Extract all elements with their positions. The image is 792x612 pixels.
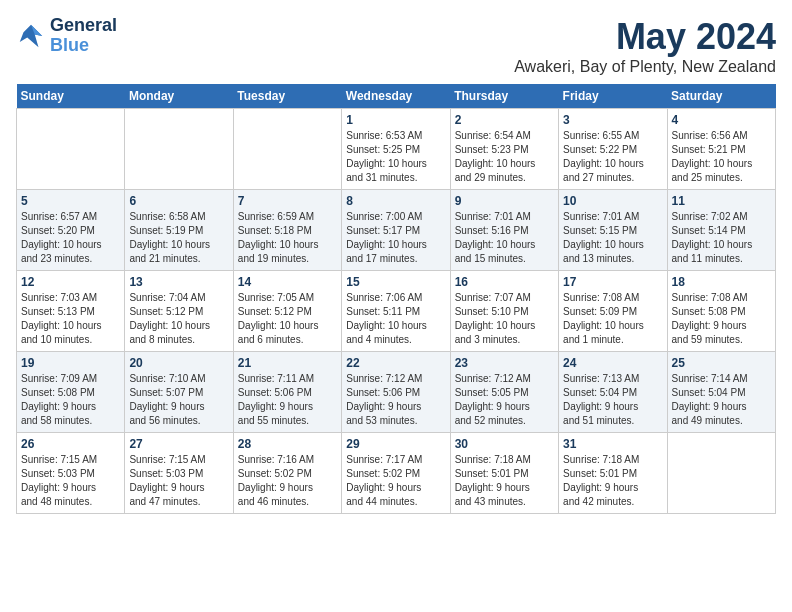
subtitle: Awakeri, Bay of Plenty, New Zealand [514,58,776,76]
day-cell-4-4: 30Sunrise: 7:18 AM Sunset: 5:01 PM Dayli… [450,433,558,514]
day-number: 15 [346,275,445,289]
day-number: 20 [129,356,228,370]
day-cell-4-1: 27Sunrise: 7:15 AM Sunset: 5:03 PM Dayli… [125,433,233,514]
day-number: 8 [346,194,445,208]
day-cell-0-2 [233,109,341,190]
day-info: Sunrise: 7:10 AM Sunset: 5:07 PM Dayligh… [129,372,228,428]
day-number: 13 [129,275,228,289]
day-number: 4 [672,113,771,127]
day-info: Sunrise: 7:18 AM Sunset: 5:01 PM Dayligh… [455,453,554,509]
col-friday: Friday [559,84,667,109]
day-cell-4-0: 26Sunrise: 7:15 AM Sunset: 5:03 PM Dayli… [17,433,125,514]
day-cell-1-5: 10Sunrise: 7:01 AM Sunset: 5:15 PM Dayli… [559,190,667,271]
header: General Blue May 2024 Awakeri, Bay of Pl… [16,16,776,76]
week-row-4: 19Sunrise: 7:09 AM Sunset: 5:08 PM Dayli… [17,352,776,433]
day-cell-3-6: 25Sunrise: 7:14 AM Sunset: 5:04 PM Dayli… [667,352,775,433]
day-info: Sunrise: 7:02 AM Sunset: 5:14 PM Dayligh… [672,210,771,266]
week-row-2: 5Sunrise: 6:57 AM Sunset: 5:20 PM Daylig… [17,190,776,271]
day-info: Sunrise: 7:04 AM Sunset: 5:12 PM Dayligh… [129,291,228,347]
day-number: 14 [238,275,337,289]
day-number: 25 [672,356,771,370]
day-number: 18 [672,275,771,289]
day-number: 21 [238,356,337,370]
day-number: 6 [129,194,228,208]
col-saturday: Saturday [667,84,775,109]
day-number: 16 [455,275,554,289]
day-cell-3-2: 21Sunrise: 7:11 AM Sunset: 5:06 PM Dayli… [233,352,341,433]
day-cell-1-3: 8Sunrise: 7:00 AM Sunset: 5:17 PM Daylig… [342,190,450,271]
day-info: Sunrise: 7:03 AM Sunset: 5:13 PM Dayligh… [21,291,120,347]
svg-marker-0 [20,25,43,48]
day-cell-3-1: 20Sunrise: 7:10 AM Sunset: 5:07 PM Dayli… [125,352,233,433]
day-info: Sunrise: 7:13 AM Sunset: 5:04 PM Dayligh… [563,372,662,428]
day-info: Sunrise: 7:05 AM Sunset: 5:12 PM Dayligh… [238,291,337,347]
day-cell-0-5: 3Sunrise: 6:55 AM Sunset: 5:22 PM Daylig… [559,109,667,190]
day-cell-3-4: 23Sunrise: 7:12 AM Sunset: 5:05 PM Dayli… [450,352,558,433]
day-info: Sunrise: 7:01 AM Sunset: 5:16 PM Dayligh… [455,210,554,266]
day-cell-0-6: 4Sunrise: 6:56 AM Sunset: 5:21 PM Daylig… [667,109,775,190]
day-info: Sunrise: 7:15 AM Sunset: 5:03 PM Dayligh… [129,453,228,509]
day-number: 22 [346,356,445,370]
day-cell-4-3: 29Sunrise: 7:17 AM Sunset: 5:02 PM Dayli… [342,433,450,514]
day-info: Sunrise: 7:08 AM Sunset: 5:09 PM Dayligh… [563,291,662,347]
day-cell-2-2: 14Sunrise: 7:05 AM Sunset: 5:12 PM Dayli… [233,271,341,352]
calendar-header-row: Sunday Monday Tuesday Wednesday Thursday… [17,84,776,109]
day-info: Sunrise: 7:01 AM Sunset: 5:15 PM Dayligh… [563,210,662,266]
day-cell-1-0: 5Sunrise: 6:57 AM Sunset: 5:20 PM Daylig… [17,190,125,271]
day-number: 1 [346,113,445,127]
logo-text: General Blue [50,16,117,56]
day-cell-1-1: 6Sunrise: 6:58 AM Sunset: 5:19 PM Daylig… [125,190,233,271]
day-cell-0-3: 1Sunrise: 6:53 AM Sunset: 5:25 PM Daylig… [342,109,450,190]
day-cell-2-5: 17Sunrise: 7:08 AM Sunset: 5:09 PM Dayli… [559,271,667,352]
day-number: 28 [238,437,337,451]
day-info: Sunrise: 7:15 AM Sunset: 5:03 PM Dayligh… [21,453,120,509]
logo-icon [16,21,46,51]
col-thursday: Thursday [450,84,558,109]
week-row-3: 12Sunrise: 7:03 AM Sunset: 5:13 PM Dayli… [17,271,776,352]
day-number: 11 [672,194,771,208]
day-number: 3 [563,113,662,127]
day-cell-3-0: 19Sunrise: 7:09 AM Sunset: 5:08 PM Dayli… [17,352,125,433]
day-cell-1-6: 11Sunrise: 7:02 AM Sunset: 5:14 PM Dayli… [667,190,775,271]
day-info: Sunrise: 6:56 AM Sunset: 5:21 PM Dayligh… [672,129,771,185]
day-cell-4-6 [667,433,775,514]
day-number: 12 [21,275,120,289]
day-cell-2-4: 16Sunrise: 7:07 AM Sunset: 5:10 PM Dayli… [450,271,558,352]
day-info: Sunrise: 6:58 AM Sunset: 5:19 PM Dayligh… [129,210,228,266]
day-info: Sunrise: 6:55 AM Sunset: 5:22 PM Dayligh… [563,129,662,185]
col-sunday: Sunday [17,84,125,109]
day-number: 30 [455,437,554,451]
day-number: 5 [21,194,120,208]
day-info: Sunrise: 6:54 AM Sunset: 5:23 PM Dayligh… [455,129,554,185]
day-cell-2-3: 15Sunrise: 7:06 AM Sunset: 5:11 PM Dayli… [342,271,450,352]
day-cell-0-1 [125,109,233,190]
day-info: Sunrise: 7:08 AM Sunset: 5:08 PM Dayligh… [672,291,771,347]
day-number: 27 [129,437,228,451]
calendar-table: Sunday Monday Tuesday Wednesday Thursday… [16,84,776,514]
day-number: 2 [455,113,554,127]
day-cell-0-0 [17,109,125,190]
day-cell-2-6: 18Sunrise: 7:08 AM Sunset: 5:08 PM Dayli… [667,271,775,352]
main-title: May 2024 [514,16,776,58]
day-info: Sunrise: 7:12 AM Sunset: 5:06 PM Dayligh… [346,372,445,428]
day-info: Sunrise: 7:11 AM Sunset: 5:06 PM Dayligh… [238,372,337,428]
day-cell-3-3: 22Sunrise: 7:12 AM Sunset: 5:06 PM Dayli… [342,352,450,433]
day-number: 9 [455,194,554,208]
day-info: Sunrise: 6:57 AM Sunset: 5:20 PM Dayligh… [21,210,120,266]
day-info: Sunrise: 7:07 AM Sunset: 5:10 PM Dayligh… [455,291,554,347]
page-container: General Blue May 2024 Awakeri, Bay of Pl… [16,16,776,514]
day-info: Sunrise: 7:14 AM Sunset: 5:04 PM Dayligh… [672,372,771,428]
day-cell-4-5: 31Sunrise: 7:18 AM Sunset: 5:01 PM Dayli… [559,433,667,514]
day-cell-1-4: 9Sunrise: 7:01 AM Sunset: 5:16 PM Daylig… [450,190,558,271]
col-tuesday: Tuesday [233,84,341,109]
col-monday: Monday [125,84,233,109]
week-row-5: 26Sunrise: 7:15 AM Sunset: 5:03 PM Dayli… [17,433,776,514]
day-number: 23 [455,356,554,370]
day-number: 29 [346,437,445,451]
day-number: 26 [21,437,120,451]
day-info: Sunrise: 7:06 AM Sunset: 5:11 PM Dayligh… [346,291,445,347]
day-cell-3-5: 24Sunrise: 7:13 AM Sunset: 5:04 PM Dayli… [559,352,667,433]
day-info: Sunrise: 7:18 AM Sunset: 5:01 PM Dayligh… [563,453,662,509]
day-number: 19 [21,356,120,370]
day-number: 24 [563,356,662,370]
